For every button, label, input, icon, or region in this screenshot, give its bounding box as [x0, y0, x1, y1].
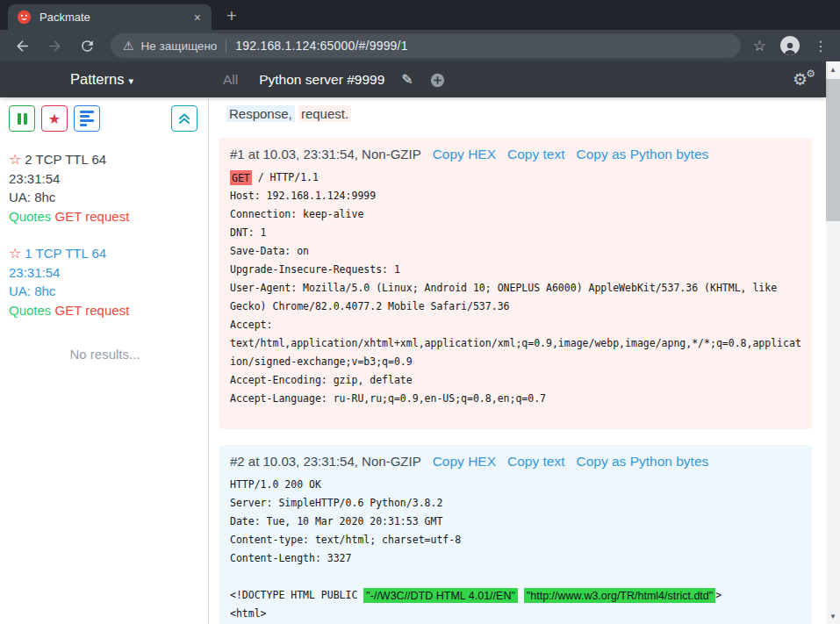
sidebar-toolbar: ★ [9, 105, 201, 132]
toolbar-right: ☆ ⋮ [753, 36, 831, 55]
add-pattern-icon[interactable] [430, 71, 445, 87]
browser-toolbar: ⚠ Не защищено 192.168.1.124:65000/#/9999… [0, 30, 840, 61]
packet-blocks: #1 at 10.03, 23:31:54, Non-GZIPCopy HEXC… [219, 138, 812, 624]
packet-body: GET / HTTP/1.1 Host: 192.168.1.124:9999 … [230, 169, 803, 408]
stream-tags: Quotes GET request [9, 301, 201, 320]
stream-tag: Quotes [9, 303, 51, 318]
collapse-sidebar-button[interactable] [171, 105, 197, 132]
stream-tag: Quotes [9, 209, 51, 224]
patterns-label: Patterns [70, 71, 124, 87]
stream-list-item[interactable]: ☆1 TCP TTL 6423:31:54UA: 8hcQuotes GET r… [9, 244, 201, 319]
stream-tag: GET request [55, 303, 130, 318]
pause-icon [18, 113, 27, 125]
gear-small-icon: ⚙ [806, 68, 815, 80]
copy-action-link[interactable]: Copy text [507, 147, 564, 161]
packet-meta: #2 at 10.03, 23:31:54, Non-GZIP [230, 454, 421, 469]
copy-action-link[interactable]: Copy as Python bytes [577, 147, 709, 161]
settings-gears-icon[interactable]: ⚙ ⚙ [793, 69, 815, 90]
pattern-legend: Response, request. [226, 106, 812, 125]
favorite-star-icon[interactable]: ☆ [9, 246, 21, 261]
scrollbar-up-arrow[interactable]: ▲ [826, 63, 840, 75]
favorite-star-icon[interactable]: ☆ [9, 152, 21, 167]
packet-meta: #1 at 10.03, 23:31:54, Non-GZIP [230, 147, 421, 161]
url-divider [226, 39, 226, 53]
pattern-highlight-red: GET [230, 170, 252, 185]
stream-sidebar: ★ ☆2 TCP TTL 6423:31:54UA: 8hcQuote [0, 97, 209, 624]
stream-ua: UA: 8hc [9, 282, 201, 301]
stream-list-item[interactable]: ☆2 TCP TTL 6423:31:54UA: 8hcQuotes GET r… [9, 150, 201, 226]
stream-ua: UA: 8hc [9, 188, 201, 207]
new-tab-button[interactable]: + [219, 4, 244, 28]
copy-action-link[interactable]: Copy HEX [433, 147, 496, 161]
back-icon[interactable] [12, 36, 32, 55]
stream-title: 2 TCP TTL 64 [25, 152, 106, 167]
browser-tab-strip: Packmate × + [0, 0, 840, 30]
packet-body: HTTP/1.0 200 OK Server: SimpleHTTP/0.6 P… [230, 476, 803, 623]
url-text: 192.168.1.124:65000/#/9999/1 [235, 39, 407, 53]
scrollbar-down-arrow[interactable]: ▼ [826, 610, 840, 622]
align-left-icon [80, 111, 94, 126]
copy-action-link[interactable]: Copy text [507, 454, 564, 469]
reload-icon[interactable] [77, 36, 97, 55]
no-results-text: No results... [9, 347, 201, 362]
stream-time: 23:31:54 [9, 169, 201, 189]
tab-title: Packmate [39, 11, 192, 24]
legend-request: request. [298, 105, 351, 122]
favorites-filter-button[interactable]: ★ [41, 105, 68, 132]
scrollbar-thumb[interactable] [826, 79, 840, 221]
browser-menu-icon[interactable]: ⋮ [814, 38, 828, 54]
stream-tags: Quotes GET request [9, 207, 201, 226]
security-warning-icon: ⚠ [123, 39, 134, 53]
list-view-button[interactable] [74, 105, 100, 132]
security-warning-text: Не защищено [141, 39, 218, 53]
stream-tag: GET request [55, 209, 130, 224]
browser-window: Packmate × + ⚠ Не защищено 192.168.1.124… [0, 0, 840, 624]
copy-action-link[interactable]: Copy HEX [433, 454, 496, 469]
packet-block-request: #1 at 10.03, 23:31:54, Non-GZIPCopy HEXC… [219, 138, 812, 429]
double-chevron-up-icon [177, 111, 191, 126]
forward-icon[interactable] [45, 36, 64, 55]
pattern-tab-active[interactable]: Python server #9999 [259, 72, 384, 88]
packmate-favicon [17, 10, 32, 25]
stream-list: ☆2 TCP TTL 6423:31:54UA: 8hcQuotes GET r… [9, 150, 201, 319]
profile-avatar[interactable] [780, 36, 800, 55]
legend-response: Response, [226, 105, 295, 122]
app-header: Patterns▾ All Python server #9999 ✎ ⚙ ⚙ [0, 61, 826, 97]
browser-tab[interactable]: Packmate × [8, 4, 212, 30]
content-area: ★ ☆2 TCP TTL 6423:31:54UA: 8hcQuote [0, 97, 826, 624]
stream-time: 23:31:54 [9, 263, 201, 283]
patterns-menu[interactable]: Patterns▾ [70, 71, 133, 88]
page-scrollbar[interactable]: ▲ ▼ [826, 61, 840, 624]
pattern-highlight-green: "http://www.w3.org/TR/html4/strict.dtd" [524, 588, 715, 603]
tab-close-icon[interactable]: × [192, 11, 203, 25]
stream-title: 1 TCP TTL 64 [25, 246, 106, 261]
packet-view: Response, request. #1 at 10.03, 23:31:54… [209, 97, 826, 624]
chevron-down-icon: ▾ [128, 75, 133, 86]
edit-pattern-icon[interactable]: ✎ [401, 71, 413, 88]
pause-capture-button[interactable] [9, 105, 35, 132]
pattern-highlight-green: "-//W3C//DTD HTML 4.01//EN" [363, 588, 518, 603]
packet-header: #1 at 10.03, 23:31:54, Non-GZIPCopy HEXC… [230, 145, 803, 163]
bookmark-star-icon[interactable]: ☆ [753, 37, 766, 55]
packet-block-response: #2 at 10.03, 23:31:54, Non-GZIPCopy HEXC… [219, 445, 812, 624]
star-icon: ★ [48, 111, 61, 127]
pattern-tab-all[interactable]: All [223, 72, 238, 88]
packet-header: #2 at 10.03, 23:31:54, Non-GZIPCopy HEXC… [230, 452, 803, 470]
address-bar[interactable]: ⚠ Не защищено 192.168.1.124:65000/#/9999… [111, 33, 741, 58]
copy-action-link[interactable]: Copy as Python bytes [577, 454, 709, 469]
